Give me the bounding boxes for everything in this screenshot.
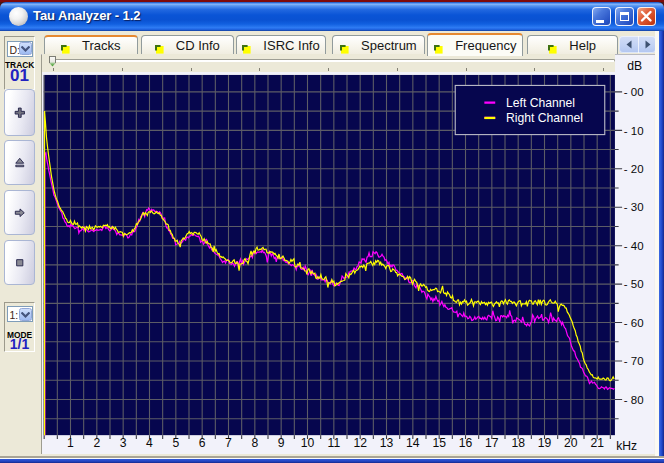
svg-text:- 70: - 70	[624, 355, 644, 367]
svg-text:15: 15	[432, 435, 446, 449]
svg-text:19: 19	[538, 435, 552, 449]
svg-text:14: 14	[406, 435, 420, 449]
svg-text:- 80: - 80	[624, 393, 644, 405]
svg-text:1: 1	[67, 435, 74, 449]
svg-text:12: 12	[353, 435, 367, 449]
svg-text:17: 17	[485, 435, 499, 449]
svg-text:dB: dB	[627, 59, 642, 73]
svg-text:7: 7	[225, 435, 232, 449]
svg-text:4: 4	[146, 435, 153, 449]
svg-text:16: 16	[459, 435, 473, 449]
svg-text:- 20: - 20	[624, 163, 644, 175]
svg-text:Left Channel: Left Channel	[506, 96, 575, 110]
svg-text:5: 5	[172, 435, 179, 449]
svg-text:2: 2	[93, 435, 100, 449]
svg-text:- 40: - 40	[624, 239, 644, 251]
svg-text:kHz: kHz	[616, 438, 637, 452]
svg-text:21: 21	[590, 435, 604, 449]
svg-text:3: 3	[120, 435, 127, 449]
svg-text:- 50: - 50	[624, 278, 644, 290]
svg-text:13: 13	[380, 435, 394, 449]
svg-text:- 00: - 00	[624, 86, 644, 98]
svg-text:9: 9	[278, 435, 285, 449]
svg-text:11: 11	[328, 435, 341, 449]
svg-text:8: 8	[251, 435, 258, 449]
svg-text:20: 20	[564, 435, 578, 449]
svg-text:- 10: - 10	[624, 124, 644, 136]
svg-text:- 60: - 60	[624, 316, 644, 328]
svg-text:- 30: - 30	[624, 201, 644, 213]
svg-text:6: 6	[199, 435, 206, 449]
svg-text:10: 10	[301, 435, 315, 449]
svg-text:18: 18	[511, 435, 525, 449]
svg-text:Right Channel: Right Channel	[506, 111, 583, 125]
